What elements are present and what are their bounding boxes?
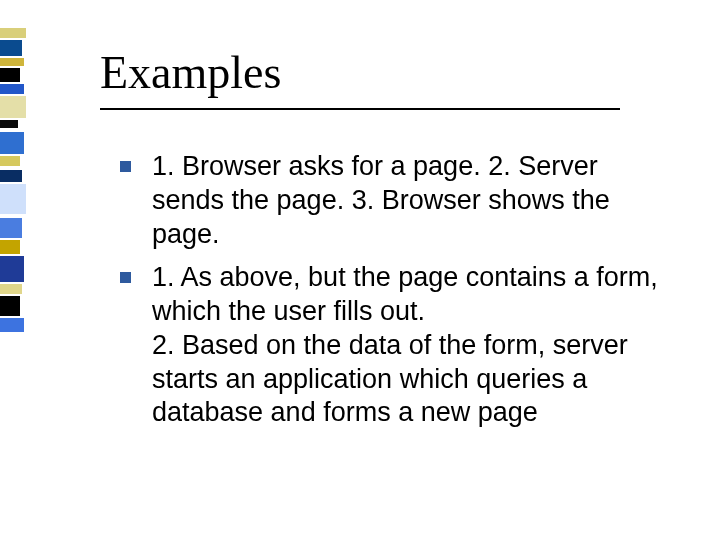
sidebar-block (0, 40, 22, 56)
sidebar-block (0, 58, 24, 66)
decorative-sidebar (0, 0, 30, 540)
sidebar-block (0, 28, 26, 38)
sidebar-block (0, 296, 20, 316)
sidebar-block (0, 68, 20, 82)
list-item: 1. Browser asks for a page. 2. Server se… (120, 150, 660, 251)
sidebar-block (0, 240, 20, 254)
sidebar-block (0, 96, 26, 118)
list-item: 1. As above, but the page contains a for… (120, 261, 660, 430)
sidebar-block (0, 170, 22, 182)
sidebar-block (0, 84, 24, 94)
sidebar-block (0, 284, 22, 294)
sidebar-block (0, 218, 22, 238)
sidebar-block (0, 184, 26, 214)
square-bullet-icon (120, 272, 131, 283)
list-item-text: 1. Browser asks for a page. 2. Server se… (152, 151, 610, 249)
slide: Examples 1. Browser asks for a page. 2. … (0, 0, 720, 540)
list-item-text: 1. As above, but the page contains a for… (152, 262, 658, 427)
square-bullet-icon (120, 161, 131, 172)
title-underline (100, 108, 620, 110)
slide-title: Examples (100, 46, 281, 99)
sidebar-block (0, 156, 20, 166)
sidebar-block (0, 120, 18, 128)
slide-body: 1. Browser asks for a page. 2. Server se… (120, 150, 660, 440)
sidebar-block (0, 318, 24, 332)
sidebar-block (0, 256, 24, 282)
sidebar-block (0, 132, 24, 154)
